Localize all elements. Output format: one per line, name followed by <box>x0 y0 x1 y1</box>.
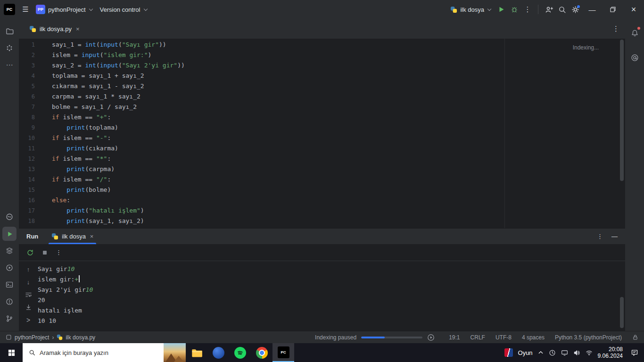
code-with-me-button[interactable] <box>542 3 555 16</box>
action-center-button[interactable] <box>628 349 641 356</box>
code-line[interactable]: 11 print(cıkarma) <box>19 143 625 154</box>
console-line[interactable]: 20 <box>38 295 625 305</box>
run-options-button[interactable]: ⋮ <box>597 233 603 240</box>
search-everywhere-button[interactable] <box>555 3 569 16</box>
structure-tool-button[interactable] <box>2 41 17 55</box>
version-control-tool-button[interactable] <box>2 312 17 326</box>
main-menu-button[interactable]: ☰ <box>19 3 32 16</box>
display-icon[interactable] <box>561 349 568 356</box>
editor-tab[interactable]: ilk dosya.py × <box>25 19 84 39</box>
game-label[interactable]: Oyun <box>518 349 533 356</box>
code-line[interactable]: 5cıkarma = sayı_1 - sayı_2 <box>19 81 625 91</box>
lock-button[interactable] <box>632 334 638 340</box>
run-console[interactable]: Sayı gir10islem gir:+Sayı 2'yi gir1020ha… <box>38 261 625 331</box>
settings-notification-dot <box>577 5 580 8</box>
resume-indexing-button[interactable] <box>427 334 435 341</box>
code-line[interactable]: 15 print(bolme) <box>19 185 625 195</box>
project-selector[interactable]: PP pythonProject <box>32 3 96 16</box>
tab-close-icon[interactable]: × <box>76 25 80 33</box>
file-explorer-button[interactable] <box>186 343 207 362</box>
code-line[interactable]: 6carpma = sayı_1 * sayı_2 <box>19 91 625 102</box>
restore-button[interactable] <box>603 0 623 19</box>
scroll-to-end-button[interactable] <box>24 303 33 312</box>
code-token: (toplama) <box>85 124 118 131</box>
hide-panel-button[interactable]: — <box>611 233 618 240</box>
code-line[interactable]: 16else: <box>19 195 625 206</box>
ai-assistant-button[interactable] <box>627 50 642 65</box>
problems-tool-button[interactable] <box>2 295 17 309</box>
code-editor[interactable]: 1sayı_1 = int(input("Sayı gir"))2islem =… <box>19 39 625 228</box>
interpreter-widget[interactable]: Python 3.5 (pythonProject) <box>555 334 622 341</box>
hidden-icons-button[interactable] <box>538 350 544 355</box>
console-user-input: 10 <box>67 265 75 272</box>
more-actions-button[interactable]: ⋮ <box>521 3 534 16</box>
more-tool-windows-button[interactable]: ⋯ <box>2 58 17 72</box>
line-number: 14 <box>19 174 35 185</box>
command-prompt-icon[interactable]: > <box>24 316 33 324</box>
prev-occurrence-button[interactable]: ↑ <box>24 265 33 273</box>
console-line[interactable]: 10 10 <box>38 316 625 326</box>
code-line[interactable]: 8if islem == "+": <box>19 112 625 123</box>
run-tab-close-icon[interactable]: × <box>90 233 94 240</box>
notifications-button[interactable] <box>627 26 642 40</box>
breadcrumb-project[interactable]: pythonProject <box>15 334 49 341</box>
settings-button[interactable] <box>569 3 582 16</box>
console-scrollbar[interactable] <box>620 297 624 328</box>
code-line[interactable]: 9 print(toplama) <box>19 123 625 133</box>
version-control-selector[interactable]: Version control <box>96 4 151 15</box>
pycharm-taskbar-button[interactable]: PC <box>272 343 294 362</box>
project-tool-button[interactable] <box>2 24 17 38</box>
console-more-button[interactable]: ⋮ <box>56 249 62 256</box>
editor-scrollbar[interactable] <box>620 40 624 181</box>
code-line[interactable]: 13 print(carpma) <box>19 164 625 174</box>
code-line[interactable]: 12if islem == "*": <box>19 154 625 164</box>
run-tab[interactable]: ilk dosya × <box>46 229 99 244</box>
code-line[interactable]: 18 print(sayı_1, sayı_2) <box>19 216 625 226</box>
tab-options-button[interactable]: ⋮ <box>612 25 619 33</box>
stop-button[interactable] <box>41 249 48 256</box>
start-button[interactable] <box>0 343 23 362</box>
run-tool-button[interactable] <box>2 227 17 241</box>
code-line[interactable]: 14if islem == "/": <box>19 174 625 185</box>
caret-position-widget[interactable]: 19:1 <box>449 334 460 341</box>
search-highlight-image[interactable] <box>164 343 186 362</box>
code-line[interactable]: 10if islem == "-": <box>19 133 625 143</box>
soft-wrap-button[interactable] <box>24 290 33 299</box>
game-icon[interactable] <box>504 348 513 357</box>
encoding-widget[interactable]: UTF-8 <box>495 334 512 341</box>
browser-app-button[interactable] <box>207 343 229 362</box>
minimize-button[interactable]: — <box>582 0 603 19</box>
code-line[interactable]: 17 print("hatalı işlem") <box>19 206 625 216</box>
python-packages-tool-button[interactable] <box>2 244 17 258</box>
indexing-progress-fill <box>361 337 384 338</box>
taskbar-clock[interactable]: 20:08 9.06.2024 <box>598 346 623 359</box>
spotify-button[interactable] <box>229 343 251 362</box>
indent-widget[interactable]: 4 spaces <box>522 334 545 341</box>
code-line[interactable]: 1sayı_1 = int(input("Sayı gir")) <box>19 40 625 50</box>
rerun-button[interactable] <box>26 249 34 256</box>
python-console-tool-button[interactable] <box>2 210 17 224</box>
close-button[interactable]: × <box>623 0 644 19</box>
run-button[interactable] <box>495 3 508 16</box>
next-occurrence-button[interactable]: ↓ <box>24 278 33 286</box>
breadcrumb-file[interactable]: ilk dosya.py <box>66 334 95 341</box>
run-config-selector[interactable]: ilk dosya <box>446 4 495 15</box>
console-line[interactable]: hatalı işlem <box>38 305 625 316</box>
terminal-tool-button[interactable] <box>2 278 17 292</box>
editor-column: ilk dosya.py × ⋮ 1sayı_1 = int(input("Sa… <box>19 19 625 331</box>
debug-button[interactable] <box>508 3 521 16</box>
console-line[interactable]: Sayı 2'yi gir10 <box>38 285 625 295</box>
services-tool-button[interactable] <box>2 261 17 275</box>
code-line[interactable]: 7bolme = sayı_1 / sayı_2 <box>19 102 625 112</box>
code-line[interactable]: 3sayı_2 = int(input("Sayı 2'yi gir")) <box>19 60 625 71</box>
network-icon[interactable] <box>586 349 593 356</box>
tray-clock-app-icon[interactable] <box>549 349 556 356</box>
console-line[interactable]: islem gir:+ <box>38 274 625 285</box>
taskbar-search[interactable]: Aramak için buraya yazın <box>23 343 186 362</box>
code-line[interactable]: 2islem = input("islem gir:") <box>19 50 625 60</box>
code-line[interactable]: 4toplama = sayı_1 + sayı_2 <box>19 71 625 81</box>
chrome-button[interactable] <box>251 343 272 362</box>
volume-icon[interactable] <box>573 349 580 356</box>
console-line[interactable]: Sayı gir10 <box>38 264 625 274</box>
line-separator-widget[interactable]: CRLF <box>471 334 485 341</box>
